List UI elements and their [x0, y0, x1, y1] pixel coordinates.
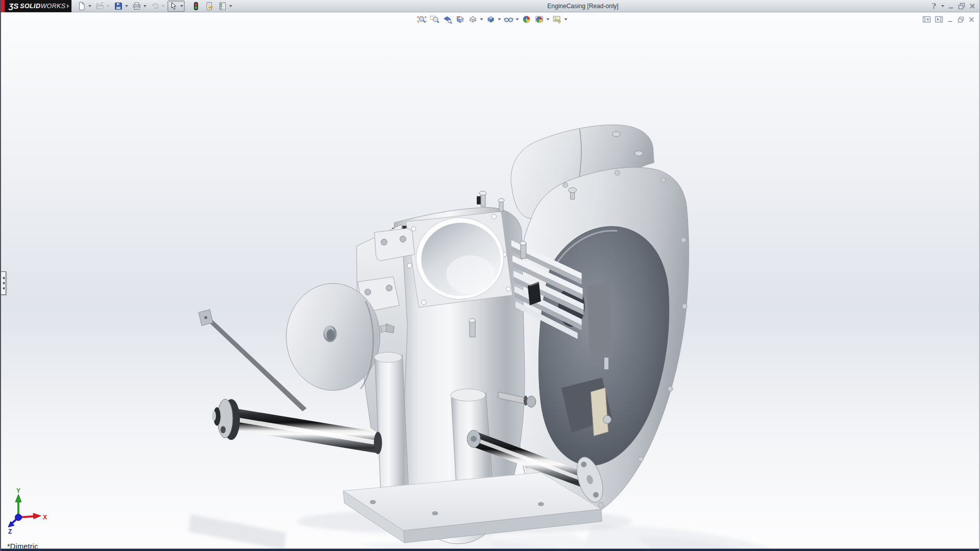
title-bar: ƷS SOLIDWORKS: [1, 0, 979, 12]
zoom-to-fit-button[interactable]: [416, 14, 427, 24]
options-checklist-icon: [218, 2, 227, 11]
hide-show-items-button[interactable]: [503, 14, 519, 24]
solidworks-menu-logo[interactable]: ƷS SOLIDWORKS: [1, 0, 71, 12]
expand-right-pane-button[interactable]: [935, 15, 943, 24]
feature-manager-collapsed-tab[interactable]: [1, 271, 6, 295]
minimize-icon: [947, 3, 954, 10]
new-button[interactable]: [76, 1, 93, 12]
document-minimize-icon: [947, 16, 953, 23]
document-close-icon: [968, 16, 975, 23]
options-dropdown-arrow[interactable]: [229, 5, 232, 7]
help-button[interactable]: ?: [932, 2, 936, 11]
edit-appearance-button[interactable]: [521, 14, 532, 24]
zoom-to-area-icon: [429, 15, 439, 24]
select-button[interactable]: [167, 1, 185, 12]
expand-pane-arrow-icon: [3, 277, 5, 280]
document-restore-button[interactable]: [957, 15, 965, 24]
triad-y-label: Y: [16, 487, 20, 494]
undo-dropdown-arrow[interactable]: [162, 5, 165, 7]
view-settings-button[interactable]: [551, 14, 568, 24]
file-properties-button[interactable]: [203, 1, 215, 12]
logo-accent-bar: [1, 0, 5, 12]
expand-pane-arrow-icon: [3, 282, 5, 285]
apply-scene-icon: [534, 15, 544, 24]
document-window-controls: [922, 15, 975, 24]
select-cursor-icon: [169, 2, 178, 11]
solidworks-mark-icon: ƷS: [9, 2, 18, 10]
headsup-view-toolbar: [416, 14, 568, 24]
triad-x-label: X: [43, 514, 47, 521]
help-dropdown-arrow[interactable]: [941, 5, 944, 7]
eyeglasses-icon: [503, 15, 513, 24]
undo-arrow-icon: [151, 2, 160, 11]
solidworks-wordmark: SOLIDWORKS: [20, 3, 65, 10]
document-restore-icon: [957, 16, 965, 23]
restore-icon: [958, 3, 966, 10]
zoom-to-area-button[interactable]: [429, 14, 440, 24]
print-icon: [132, 2, 141, 11]
help-icon: ?: [932, 2, 936, 10]
expand-right-pane-icon: [935, 16, 943, 23]
close-icon: [969, 3, 976, 10]
rebuild-traffic-light-icon: [191, 2, 201, 11]
collapse-left-pane-button[interactable]: [922, 15, 931, 24]
zoom-to-fit-icon: [416, 15, 427, 24]
new-dropdown-arrow[interactable]: [88, 5, 91, 7]
display-style-dropdown-arrow[interactable]: [498, 18, 501, 20]
section-view-icon: [455, 15, 465, 24]
main-window-controls: ?: [932, 0, 976, 12]
display-style-cube-icon: [485, 15, 496, 24]
apply-scene-button[interactable]: [533, 14, 550, 24]
print-dropdown-arrow[interactable]: [143, 5, 146, 7]
apply-scene-dropdown-arrow[interactable]: [546, 18, 549, 20]
print-button[interactable]: [131, 1, 148, 12]
solidworks-window: ƷS SOLIDWORKS: [0, 0, 980, 551]
open-dropdown-arrow[interactable]: [107, 5, 110, 7]
menu-flyout-arrow-icon[interactable]: [67, 4, 69, 8]
expand-pane-arrow-icon: [3, 287, 5, 290]
window-bottom-edge: [1, 548, 979, 551]
engine-casing-model[interactable]: [1, 13, 979, 548]
options-button[interactable]: [216, 1, 234, 12]
undo-button[interactable]: [149, 1, 166, 12]
restore-button[interactable]: [958, 2, 966, 11]
save-dropdown-arrow[interactable]: [125, 5, 128, 7]
triad-z-label: Z: [8, 528, 12, 534]
view-settings-dropdown-arrow[interactable]: [564, 18, 567, 20]
hide-show-items-dropdown-arrow[interactable]: [516, 18, 519, 20]
open-button[interactable]: [94, 1, 111, 12]
appearance-ball-icon: [521, 15, 531, 24]
engine-casing-assembly: [199, 125, 689, 544]
minimize-button[interactable]: [947, 2, 954, 11]
document-close-button[interactable]: [968, 15, 975, 24]
graphics-viewport[interactable]: Y X Z *Dimetric: [1, 13, 979, 548]
window-title: EngineCasing [Read-only]: [547, 0, 618, 12]
save-button[interactable]: [112, 1, 130, 12]
open-folder-icon: [95, 2, 105, 11]
previous-view-button[interactable]: [442, 14, 453, 24]
view-settings-icon: [552, 15, 562, 24]
view-orientation-button[interactable]: [467, 14, 483, 24]
new-document-icon: [77, 2, 86, 11]
select-dropdown-arrow[interactable]: [180, 5, 183, 7]
document-minimize-button[interactable]: [947, 15, 953, 24]
reference-triad: Y X Z: [4, 486, 50, 534]
view-orientation-dropdown-arrow[interactable]: [480, 18, 483, 20]
rebuild-button[interactable]: [190, 1, 202, 12]
save-floppy-icon: [114, 2, 123, 11]
previous-view-icon: [442, 15, 452, 24]
file-properties-icon: [205, 2, 214, 11]
close-button[interactable]: [969, 2, 976, 11]
section-view-button[interactable]: [454, 14, 465, 24]
display-style-button[interactable]: [485, 14, 501, 24]
view-orientation-label: *Dimetric: [7, 542, 38, 548]
collapse-left-pane-icon: [922, 16, 931, 23]
standard-toolbar: [76, 1, 234, 12]
view-orientation-cube-icon: [468, 15, 478, 24]
